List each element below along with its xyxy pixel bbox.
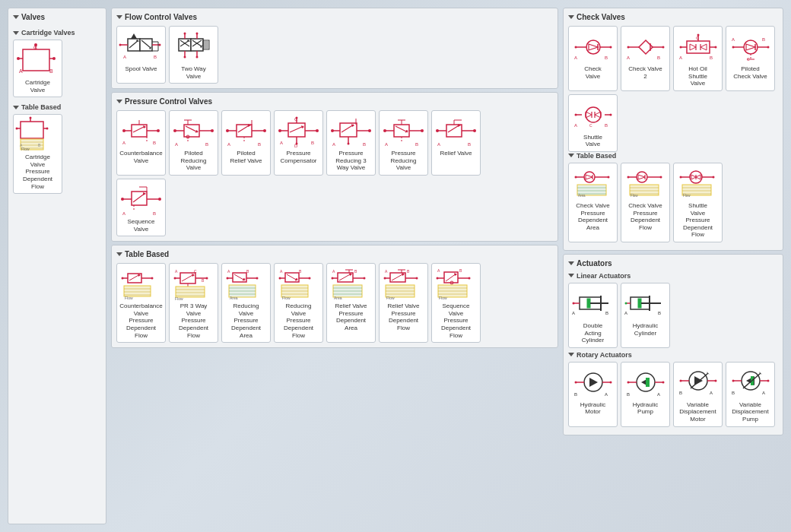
piloted-relief-valve-item[interactable]: A B PilotedRelief Valve bbox=[221, 110, 271, 176]
svg-text:B: B bbox=[311, 141, 314, 145]
pr3-way-pdf-label: PR 3 WayValvePressureDependentFlow bbox=[179, 302, 208, 339]
relief-valve-pda-item[interactable]: Area A B Relief ValvePressureDependentAr… bbox=[326, 263, 376, 343]
svg-text:A: A bbox=[175, 269, 178, 274]
counterbalance-pdf-item[interactable]: Flow CounterbalanceValvePressureDependen… bbox=[116, 263, 166, 343]
svg-text:Flow: Flow bbox=[125, 296, 133, 300]
svg-text:B: B bbox=[154, 55, 157, 59]
check-valves-collapse-icon[interactable] bbox=[568, 15, 574, 19]
pr3-way-pdf-item[interactable]: Flow A C B PR 3 WayValvePressureDependen… bbox=[169, 263, 218, 343]
piloted-reducing-valve-item[interactable]: A B PilotedReducingValve bbox=[169, 110, 218, 176]
relief-valve-pdf-item[interactable]: Flow A B Relief ValvePressureDependentFl… bbox=[379, 263, 428, 343]
cartridge-valve-pdf-item[interactable]: Flow A B CartridgeValvePressureDependent… bbox=[13, 114, 62, 194]
hydraulic-pump-item[interactable]: B A HydraulicPump bbox=[621, 362, 670, 427]
svg-point-15 bbox=[46, 128, 49, 130]
flow-control-collapse-icon[interactable] bbox=[116, 15, 122, 19]
rotary-actuators-collapse-icon[interactable] bbox=[568, 353, 574, 356]
pressure-control-panel: Pressure Control Valves bbox=[111, 92, 558, 242]
pressure-reducing-valve-symbol: A B bbox=[383, 114, 424, 148]
check-table-collapse-icon[interactable] bbox=[568, 154, 574, 157]
left-table-collapse-icon[interactable] bbox=[13, 106, 19, 109]
svg-point-192 bbox=[309, 277, 311, 280]
cartridge-valve-pdf-symbol: Flow A B bbox=[17, 118, 59, 152]
check-valve-2-item[interactable]: A B Check Valve2 bbox=[621, 26, 670, 91]
svg-point-267 bbox=[714, 46, 716, 48]
left-table-based-label: Table Based bbox=[13, 103, 101, 111]
reducing-valve-pda-item[interactable]: Area A B ReducingValvePressureDependentA… bbox=[221, 263, 271, 343]
svg-point-86 bbox=[263, 129, 266, 132]
shuttle-valve-pdf-item[interactable]: Flow ShuttleValvePressureDependentFlow bbox=[673, 163, 723, 242]
flow-control-title: Flow Control Valves bbox=[116, 13, 553, 21]
check-table-label: Table Based bbox=[568, 152, 778, 160]
middle-table-based-panel: Table Based bbox=[111, 245, 558, 348]
linear-actuators-collapse-icon[interactable] bbox=[568, 274, 574, 277]
svg-rect-111 bbox=[340, 123, 357, 137]
svg-point-385 bbox=[767, 380, 769, 382]
hot-oil-shuttle-valve-symbol: A B C bbox=[677, 30, 719, 64]
reducing-valve-pdf-item[interactable]: Flow A B ReducingValvePressureDependentF… bbox=[274, 263, 323, 343]
sequence-valve-pdf-item[interactable]: Flow A B SequenceValvePressureDependentF… bbox=[431, 263, 481, 343]
hot-oil-shuttle-valve-label: Hot OilShuttleValve bbox=[688, 65, 707, 87]
valves-collapse-icon[interactable] bbox=[13, 15, 19, 19]
svg-point-384 bbox=[732, 380, 734, 382]
svg-point-152 bbox=[122, 277, 124, 280]
svg-text:A: A bbox=[437, 268, 440, 273]
svg-point-363 bbox=[627, 382, 629, 384]
check-valve-item[interactable]: A B CheckValve bbox=[568, 26, 618, 91]
svg-point-290 bbox=[609, 114, 612, 116]
left-table-based-section: Table Based bbox=[13, 103, 101, 194]
cartridge-valve-symbol: A B C bbox=[17, 43, 59, 78]
cartridge-valves-grid: A B C CartridgeValve bbox=[13, 40, 101, 97]
cartridge-collapse-icon[interactable] bbox=[13, 31, 19, 35]
actuators-collapse-icon[interactable] bbox=[568, 261, 574, 265]
middle-table-collapse-icon[interactable] bbox=[116, 252, 122, 256]
hydraulic-cylinder-item[interactable]: A B HydraulicCylinder bbox=[621, 283, 670, 348]
hydraulic-motor-item[interactable]: B A HydraulicMotor bbox=[568, 362, 618, 427]
sequence-valve-pdf-label: SequenceValvePressureDependentFlow bbox=[441, 302, 471, 339]
check-valve-pda-item[interactable]: Area Check ValvePressureDependentArea bbox=[568, 163, 618, 242]
svg-point-373 bbox=[679, 380, 681, 382]
svg-point-33 bbox=[159, 44, 161, 46]
svg-text:D: D bbox=[294, 144, 298, 148]
spool-valve-item[interactable]: A B Spool Valve bbox=[116, 26, 166, 84]
middle-table-based-grid: Flow CounterbalanceValvePressureDependen… bbox=[116, 263, 553, 343]
svg-point-338 bbox=[573, 302, 575, 305]
piloted-check-valve-item[interactable]: A B C PilotedCheck Valve bbox=[726, 26, 775, 91]
svg-text:A: A bbox=[679, 55, 682, 60]
pressure-reducing-3-way-item[interactable]: A B PressureReducing 3Way Valve bbox=[326, 110, 376, 176]
svg-text:B: B bbox=[363, 142, 366, 147]
pressure-reducing-valve-item[interactable]: A B PressureReducingValve bbox=[379, 110, 428, 176]
pressure-compensator-item[interactable]: A B C D PressureCompensator bbox=[274, 110, 323, 176]
piloted-check-valve-symbol: A B C bbox=[729, 30, 771, 64]
shuttle-valve-pdf-symbol: Flow bbox=[677, 166, 719, 201]
cartridge-valve-item[interactable]: A B C CartridgeValve bbox=[13, 40, 62, 97]
relief-valve-item[interactable]: A B Relief Valve bbox=[431, 110, 481, 176]
double-acting-cylinder-item[interactable]: A B DoubleActingCylinder bbox=[568, 283, 618, 348]
svg-text:B: B bbox=[658, 311, 661, 315]
svg-text:Area: Area bbox=[230, 296, 238, 300]
check-valves-title: Check Valves bbox=[568, 13, 778, 21]
pressure-control-collapse-icon[interactable] bbox=[116, 100, 122, 103]
svg-point-73 bbox=[173, 129, 176, 132]
two-way-valve-symbol bbox=[173, 30, 214, 64]
svg-text:B: B bbox=[153, 141, 156, 145]
counterbalance-valve-label: CounterbalanceValve bbox=[119, 150, 162, 164]
variable-displacement-motor-item[interactable]: B A VariableDisplacementMotor bbox=[673, 362, 723, 427]
svg-point-132 bbox=[473, 129, 476, 132]
two-way-valve-item[interactable]: Two WayValve bbox=[169, 26, 218, 84]
relief-valve-label: Relief Valve bbox=[440, 150, 472, 157]
spool-valve-label: Spool Valve bbox=[125, 65, 157, 73]
shuttle-valve-item[interactable]: A B C ShuttleValve bbox=[568, 94, 618, 152]
counterbalance-valve-item[interactable]: A B CounterbalanceValve bbox=[116, 110, 166, 176]
pressure-compensator-label: PressureCompensator bbox=[280, 150, 316, 164]
svg-rect-0 bbox=[23, 49, 49, 71]
sequence-valve-item[interactable]: A B SequenceValve bbox=[116, 179, 166, 236]
svg-text:A: A bbox=[385, 269, 388, 274]
pressure-control-title: Pressure Control Valves bbox=[116, 97, 553, 106]
hot-oil-shuttle-valve-item[interactable]: A B C Hot OilShuttleValve bbox=[673, 26, 723, 91]
variable-displacement-pump-item[interactable]: B A VariableDisplacementPump bbox=[726, 362, 775, 427]
linear-actuators-grid: A B DoubleActingCylinder bbox=[568, 283, 778, 348]
svg-point-322 bbox=[679, 176, 681, 179]
svg-point-249 bbox=[609, 46, 612, 48]
check-valve-pdf-item[interactable]: Flow Check ValvePressureDependentFlow bbox=[621, 163, 670, 242]
svg-text:A: A bbox=[732, 37, 735, 42]
